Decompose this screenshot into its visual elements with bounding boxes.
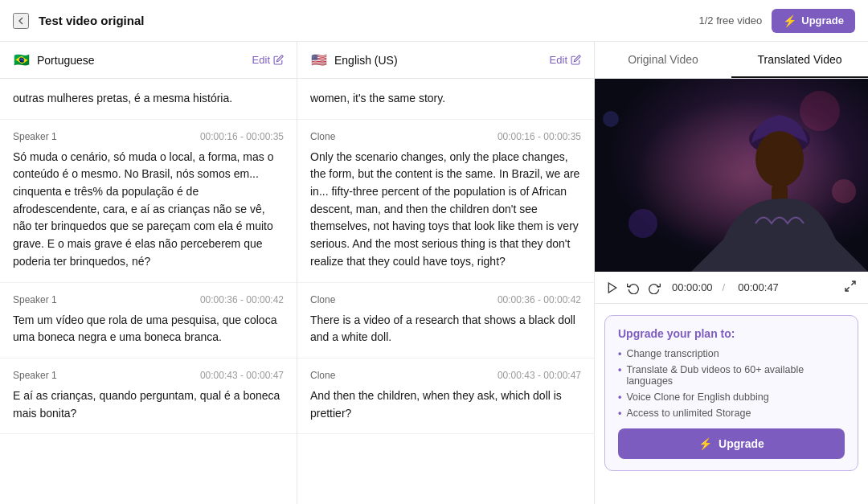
header-actions: 1/2 free video ⚡ Upgrade [698,9,855,33]
svg-point-5 [603,111,619,127]
target-transcript-col: women, it's the same story. Clone 00:00:… [297,79,594,504]
segment-text: E aí as crianças, quando perguntam, qual… [13,387,284,422]
video-frame-art [595,79,868,272]
segment-text: Só muda o cenário, só muda o local, a fo… [13,149,284,271]
segment-meta: Speaker 1 00:00:36 - 00:00:42 [13,294,284,305]
upgrade-bolt-icon: ⚡ [698,437,712,450]
segment-time: 00:00:36 - 00:00:42 [497,294,581,305]
back-button[interactable] [13,13,29,29]
segment-text: women, it's the same story. [310,90,581,108]
rewind-button[interactable] [627,281,640,294]
source-flag: 🇧🇷 [13,54,31,67]
header-upgrade-button[interactable]: ⚡ Upgrade [772,9,855,33]
transcript-scroll: outras mulheres pretas, é a mesma histór… [0,79,594,504]
app-header: Test video original 1/2 free video ⚡ Upg… [0,0,868,42]
fullscreen-button[interactable] [844,280,857,295]
svg-point-2 [800,91,840,131]
source-segment: outras mulheres pretas, é a mesma histór… [0,79,297,120]
bolt-icon: ⚡ [783,14,796,27]
upgrade-features-list: Change transcriptionTranslate & Dub vide… [618,348,845,419]
segment-speaker: Clone [310,131,335,142]
tab-original-video[interactable]: Original Video [595,42,731,78]
upgrade-feature-item: Access to unlimited Storage [618,408,845,419]
time-separator: / [723,281,726,293]
video-panel: Original Video Translated Video [595,42,868,504]
upgrade-feature-item: Change transcription [618,348,845,359]
segment-time: 00:00:36 - 00:00:42 [200,294,284,305]
svg-point-7 [755,131,804,187]
segment-meta: Speaker 1 00:00:16 - 00:00:35 [13,131,284,142]
transcript-panel: 🇧🇷 Portuguese Edit 🇺🇸 English (US) Edit [0,42,595,504]
free-video-label: 1/2 free video [698,14,762,27]
segment-text: There is a video of a research that show… [310,312,581,346]
target-lang-header: 🇺🇸 English (US) Edit [297,42,594,78]
language-headers: 🇧🇷 Portuguese Edit 🇺🇸 English (US) Edit [0,42,594,79]
tab-translated-video[interactable]: Translated Video [731,42,868,78]
source-segment: Speaker 1 00:00:36 - 00:00:42 Tem um víd… [0,283,297,359]
source-segment: Speaker 1 00:00:16 - 00:00:35 Só muda o … [0,120,297,283]
upgrade-feature-item: Translate & Dub videos to 60+ available … [618,364,845,387]
svg-point-4 [832,179,856,203]
forward-button[interactable] [648,281,661,294]
source-lang-name: Portuguese [37,54,246,67]
target-segment: women, it's the same story. [297,79,594,120]
segment-time: 00:00:16 - 00:00:35 [497,131,581,142]
target-segment: Clone 00:00:43 - 00:00:47 And then the c… [297,359,594,434]
segment-speaker: Speaker 1 [13,370,57,381]
svg-point-3 [628,209,657,238]
upgrade-panel-button[interactable]: ⚡ Upgrade [618,428,845,459]
target-edit-button[interactable]: Edit [550,54,581,66]
video-player[interactable] [595,79,868,272]
segment-time: 00:00:43 - 00:00:47 [200,370,284,381]
video-tabs: Original Video Translated Video [595,42,868,79]
segment-meta: Clone 00:00:43 - 00:00:47 [310,370,581,381]
total-time: 00:00:47 [738,281,779,293]
segment-meta: Clone 00:00:16 - 00:00:35 [310,131,581,142]
segment-meta: Clone 00:00:36 - 00:00:42 [310,294,581,305]
segment-text: And then the children, when they ask, wh… [310,387,581,422]
segment-text: Only the scenario changes, only the plac… [310,149,581,271]
segment-text: outras mulheres pretas, é a mesma histór… [13,90,284,108]
segment-speaker: Speaker 1 [13,294,57,305]
upgrade-feature-item: Voice Clone for English dubbing [618,391,845,403]
svg-line-11 [845,287,850,291]
source-segment: Speaker 1 00:00:43 - 00:00:47 E aí as cr… [0,359,297,434]
segment-time: 00:00:43 - 00:00:47 [497,370,581,381]
target-lang-name: English (US) [334,54,543,67]
upgrade-box-title: Upgrade your plan to: [618,327,845,340]
upgrade-box: Upgrade your plan to: Change transcripti… [604,315,858,471]
segment-speaker: Speaker 1 [13,131,57,142]
svg-line-10 [851,281,855,285]
player-controls: 00:00:00 / 00:00:47 [595,272,868,304]
source-lang-header: 🇧🇷 Portuguese Edit [0,42,297,78]
video-thumbnail [595,79,868,272]
current-time: 00:00:00 [672,281,713,293]
source-edit-button[interactable]: Edit [252,54,284,66]
segment-meta: Speaker 1 00:00:43 - 00:00:47 [13,370,284,381]
target-segment: Clone 00:00:16 - 00:00:35 Only the scena… [297,120,594,283]
target-segment: Clone 00:00:36 - 00:00:42 There is a vid… [297,283,594,359]
source-transcript-col: outras mulheres pretas, é a mesma histór… [0,79,297,504]
svg-marker-9 [608,283,616,293]
play-button[interactable] [606,281,619,294]
target-flag: 🇺🇸 [310,54,328,67]
segment-speaker: Clone [310,294,335,305]
main-area: 🇧🇷 Portuguese Edit 🇺🇸 English (US) Edit [0,42,868,504]
segment-speaker: Clone [310,370,335,381]
segment-text: Tem um vídeo que rola de uma pesquisa, q… [13,312,284,346]
page-title: Test video original [39,14,144,27]
segment-time: 00:00:16 - 00:00:35 [200,131,284,142]
